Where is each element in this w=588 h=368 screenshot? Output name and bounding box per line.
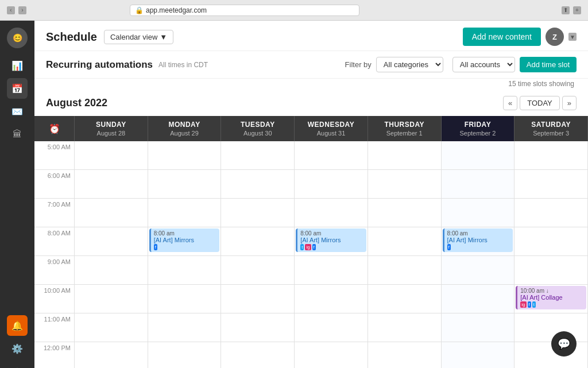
cell-mon-9am[interactable]: [148, 256, 222, 285]
event-mon-mirrors[interactable]: 8:00 am [AI Art] Mirrors f: [149, 228, 220, 252]
day-header-friday: FRIDAY September 2: [442, 116, 515, 141]
sidebar-item-dashboard[interactable]: 📊: [7, 55, 28, 76]
cell-fri-11am[interactable]: [442, 313, 515, 342]
cell-mon-8am[interactable]: 8:00 am [AI Art] Mirrors f: [148, 227, 222, 256]
cell-wed-12pm[interactable]: [295, 342, 368, 368]
cell-fri-7am[interactable]: [442, 199, 515, 227]
cell-sat-5am[interactable]: [514, 141, 588, 170]
facebook-icon: f: [528, 301, 531, 308]
address-bar[interactable]: 🔒 app.meetedgar.com: [130, 5, 359, 16]
cell-sun-11am[interactable]: [75, 313, 148, 342]
nav-buttons: « TODAY »: [503, 96, 577, 110]
time-9am: 9:00 AM: [34, 256, 75, 285]
cell-thu-10am[interactable]: [368, 285, 442, 313]
cell-sat-11am[interactable]: [514, 313, 588, 342]
cell-sun-8am[interactable]: [75, 227, 148, 256]
prev-month-button[interactable]: «: [503, 96, 517, 110]
browser-back[interactable]: ‹: [7, 6, 15, 14]
cell-mon-7am[interactable]: [148, 199, 222, 227]
time-5am: 5:00 AM: [34, 141, 75, 170]
cell-mon-10am[interactable]: [148, 285, 222, 313]
accounts-filter[interactable]: All accounts: [452, 57, 515, 72]
cell-sun-12pm[interactable]: [75, 342, 148, 368]
event-fri-mirrors[interactable]: 8:00 am [AI Art] Mirrors f: [443, 228, 513, 252]
cell-fri-9am[interactable]: [442, 256, 515, 285]
event-icons: f: [154, 244, 217, 250]
cell-tue-6am[interactable]: [221, 170, 295, 199]
day-header-wednesday: WEDNESDAY August 31: [295, 116, 368, 141]
cell-wed-10am[interactable]: [295, 285, 368, 313]
cell-tue-10am[interactable]: [221, 285, 295, 313]
categories-filter[interactable]: All categories: [376, 57, 443, 72]
chat-support-button[interactable]: 💬: [551, 331, 577, 357]
cell-wed-7am[interactable]: [295, 199, 368, 227]
user-avatar[interactable]: 😊: [7, 28, 28, 48]
cell-wed-9am[interactable]: [295, 256, 368, 285]
cell-fri-12pm[interactable]: [442, 342, 515, 368]
cell-fri-10am[interactable]: [442, 285, 515, 313]
sidebar-item-settings[interactable]: ⚙️: [7, 338, 28, 359]
user-dropdown-arrow[interactable]: ▼: [568, 33, 577, 41]
cell-thu-8am[interactable]: [368, 227, 442, 256]
cell-sun-5am[interactable]: [75, 141, 148, 170]
cell-sun-7am[interactable]: [75, 199, 148, 227]
cell-sun-6am[interactable]: [75, 170, 148, 199]
browser-share[interactable]: ⬆: [562, 6, 570, 14]
sidebar-item-education[interactable]: 🎓: [7, 361, 28, 368]
day-header-monday: MONDAY August 29: [148, 116, 222, 141]
day-header-tuesday: TUESDAY August 30: [221, 116, 295, 141]
cell-thu-11am[interactable]: [368, 313, 442, 342]
today-button[interactable]: TODAY: [520, 96, 560, 110]
add-content-button[interactable]: Add new content: [463, 28, 541, 46]
cell-sat-6am[interactable]: [514, 170, 588, 199]
calendar-container[interactable]: ⏰ SUNDAY August 28 MONDAY August 29 TUES…: [34, 116, 588, 368]
cell-wed-6am[interactable]: [295, 170, 368, 199]
browser-controls: ‹ ›: [7, 6, 26, 14]
calendar-view-dropdown[interactable]: Calendar view ▼: [104, 30, 173, 44]
cell-tue-5am[interactable]: [221, 141, 295, 170]
cell-tue-7am[interactable]: [221, 199, 295, 227]
cell-tue-8am[interactable]: [221, 227, 295, 256]
cell-fri-6am[interactable]: [442, 170, 515, 199]
cell-sat-8am[interactable]: [514, 227, 588, 256]
sidebar-item-notification[interactable]: 🔔: [7, 315, 28, 336]
cell-tue-12pm[interactable]: [221, 342, 295, 368]
next-month-button[interactable]: »: [562, 96, 577, 110]
add-time-slot-button[interactable]: Add time slot: [520, 57, 577, 72]
cell-thu-9am[interactable]: [368, 256, 442, 285]
browser-forward[interactable]: ›: [18, 6, 26, 14]
sidebar-item-library[interactable]: 🏛: [7, 124, 28, 145]
user-menu-button[interactable]: Z: [546, 28, 564, 46]
cell-tue-9am[interactable]: [221, 256, 295, 285]
cell-tue-11am[interactable]: [221, 313, 295, 342]
sidebar: 😊 📊 📅 ✉️ 🏛 🔔 ⚙️ 🎓: [0, 21, 34, 368]
cell-wed-8am[interactable]: 8:00 am [AI Art] Mirrors t ig f: [295, 227, 368, 256]
cell-sat-9am[interactable]: [514, 256, 588, 285]
cell-sat-7am[interactable]: [514, 199, 588, 227]
cell-sat-10am[interactable]: 10:00 am ↓ [AI Art] Collage ig f t: [514, 285, 588, 313]
cell-fri-8am[interactable]: 8:00 am [AI Art] Mirrors f: [442, 227, 515, 256]
cell-sun-9am[interactable]: [75, 256, 148, 285]
time-12pm: 12:00 PM: [34, 342, 75, 368]
calendar-grid: ⏰ SUNDAY August 28 MONDAY August 29 TUES…: [34, 116, 588, 368]
cell-thu-12pm[interactable]: [368, 342, 442, 368]
event-time: 8:00 am: [300, 230, 363, 237]
cell-thu-7am[interactable]: [368, 199, 442, 227]
sidebar-item-schedule[interactable]: 📅: [7, 78, 28, 99]
cell-thu-6am[interactable]: [368, 170, 442, 199]
instagram-icon: ig: [520, 301, 526, 308]
browser-add-tab[interactable]: +: [573, 6, 581, 14]
event-wed-mirrors[interactable]: 8:00 am [AI Art] Mirrors t ig f: [296, 228, 366, 252]
event-sat-collage[interactable]: 10:00 am ↓ [AI Art] Collage ig f t: [516, 286, 586, 309]
cell-sun-10am[interactable]: [75, 285, 148, 313]
cell-mon-11am[interactable]: [148, 313, 222, 342]
cell-fri-5am[interactable]: [442, 141, 515, 170]
sidebar-item-messages[interactable]: ✉️: [7, 101, 28, 122]
cell-mon-12pm[interactable]: [148, 342, 222, 368]
cell-mon-6am[interactable]: [148, 170, 222, 199]
cell-wed-5am[interactable]: [295, 141, 368, 170]
cell-thu-5am[interactable]: [368, 141, 442, 170]
cell-wed-11am[interactable]: [295, 313, 368, 342]
main-content: Schedule Calendar view ▼ Add new content…: [34, 21, 588, 368]
cell-mon-5am[interactable]: [148, 141, 222, 170]
